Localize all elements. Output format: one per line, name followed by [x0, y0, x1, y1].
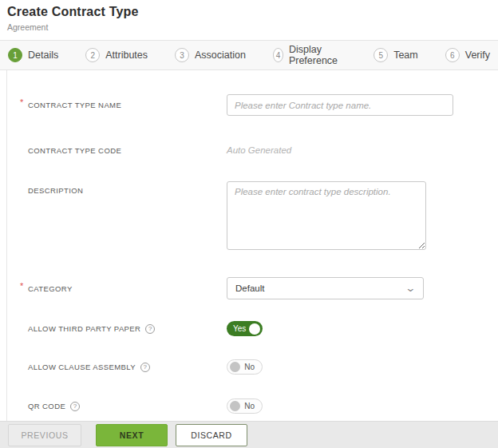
step-number-badge: 6 — [445, 48, 460, 62]
step-label: Verify — [465, 50, 490, 61]
allow-clause-assembly-label: ALLOW CLAUSE ASSEMBLY — [28, 363, 136, 371]
step-association[interactable]: 3 Association — [175, 48, 246, 62]
chevron-down-icon: ⌄ — [405, 284, 416, 292]
details-form: * CONTRACT TYPE NAME CONTRACT TYPE CODE … — [6, 70, 498, 421]
contract-type-code-label: CONTRACT TYPE CODE — [28, 146, 121, 155]
contract-type-code-value: Auto Generated — [227, 145, 291, 155]
step-attributes[interactable]: 2 Attributes — [85, 48, 148, 62]
step-label: Details — [28, 50, 58, 61]
field-label: * CATEGORY — [7, 284, 227, 293]
toggle-knob — [230, 362, 240, 372]
field-label: DESCRIPTION — [7, 181, 227, 195]
toggle-knob — [230, 401, 240, 411]
step-display-preference[interactable]: 4 Display Preference — [273, 44, 346, 66]
step-number-badge: 5 — [374, 48, 388, 62]
toggle-state-label: No — [244, 363, 255, 371]
discard-button[interactable]: DISCARD — [176, 424, 247, 446]
form-row-allow-clause-assembly: ALLOW CLAUSE ASSEMBLY ? No — [7, 359, 498, 375]
allow-clause-assembly-toggle[interactable]: No — [227, 359, 263, 375]
field-label: * CONTRACT TYPE NAME — [7, 101, 227, 109]
toggle-state-label: Yes — [233, 324, 246, 333]
step-number-badge: 3 — [175, 48, 189, 62]
required-asterisk-icon: * — [20, 97, 24, 107]
wizard-stepper: 1 Details 2 Attributes 3 Association 4 D… — [0, 40, 498, 70]
step-team[interactable]: 5 Team — [374, 48, 418, 62]
qr-code-toggle[interactable]: No — [227, 398, 263, 414]
toggle-knob — [249, 323, 260, 335]
required-asterisk-icon: * — [20, 281, 24, 291]
page-subtitle: Agreement — [7, 22, 498, 32]
category-label: CATEGORY — [28, 284, 73, 293]
next-button[interactable]: NEXT — [96, 424, 168, 446]
allow-third-party-paper-toggle[interactable]: Yes — [227, 321, 263, 336]
field-label: ALLOW CLAUSE ASSEMBLY ? — [7, 363, 227, 372]
qr-code-label: QR CODE — [28, 402, 65, 410]
form-row-category: * CATEGORY Default ⌄ — [7, 277, 498, 299]
toggle-state-label: No — [244, 402, 255, 410]
page-header: Create Contract Type Agreement — [0, 0, 498, 40]
description-textarea[interactable] — [227, 181, 426, 250]
form-row-contract-type-name: * CONTRACT TYPE NAME — [7, 94, 498, 116]
allow-third-party-paper-label: ALLOW THIRD PARTY PAPER — [28, 324, 140, 333]
form-row-contract-type-code: CONTRACT TYPE CODE Auto Generated — [7, 145, 498, 155]
contract-type-name-input[interactable] — [227, 94, 453, 116]
step-number-badge: 2 — [85, 48, 100, 62]
field-label: CONTRACT TYPE CODE — [7, 146, 227, 155]
form-row-description: DESCRIPTION — [7, 181, 498, 250]
field-label: QR CODE ? — [7, 402, 227, 411]
form-row-qr-code: QR CODE ? No — [7, 398, 498, 414]
step-number-badge: 1 — [8, 48, 22, 62]
step-label: Attributes — [105, 50, 148, 61]
step-verify[interactable]: 6 Verify — [445, 48, 490, 62]
step-details[interactable]: 1 Details — [8, 48, 58, 62]
step-label: Team — [393, 50, 418, 61]
action-bar: PREVIOUS NEXT DISCARD — [0, 421, 498, 448]
step-number-badge: 4 — [273, 48, 283, 62]
help-icon[interactable]: ? — [70, 402, 80, 411]
contract-type-name-label: CONTRACT TYPE NAME — [28, 101, 121, 109]
page-title: Create Contract Type — [7, 5, 498, 19]
field-label: ALLOW THIRD PARTY PAPER ? — [7, 324, 227, 334]
description-label: DESCRIPTION — [28, 186, 83, 195]
category-select[interactable]: Default ⌄ — [227, 277, 424, 299]
step-label: Association — [195, 50, 246, 61]
help-icon[interactable]: ? — [140, 363, 150, 372]
help-icon[interactable]: ? — [145, 324, 155, 334]
previous-button[interactable]: PREVIOUS — [8, 424, 81, 446]
category-selected-value: Default — [235, 283, 264, 293]
form-row-allow-third-party-paper: ALLOW THIRD PARTY PAPER ? Yes — [7, 321, 498, 336]
step-label: Display Preference — [289, 44, 346, 66]
